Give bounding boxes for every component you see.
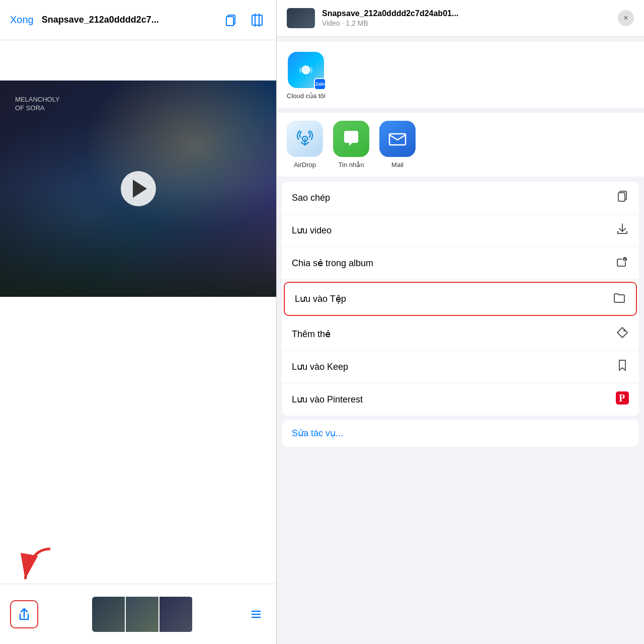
airdrop-app[interactable]: AirDrop: [287, 121, 323, 169]
save-video-icon: [616, 222, 629, 238]
filmstrip: [92, 597, 193, 632]
airdrop-icon: [287, 121, 323, 157]
crop-icon-button[interactable]: [248, 11, 266, 29]
action-save-video-label: Lưu video: [292, 225, 332, 236]
action-add-tag[interactable]: Thêm thẻ: [282, 318, 639, 351]
play-icon: [133, 180, 147, 198]
share-meta: Video · 1,2 MB: [322, 19, 611, 27]
action-save-keep[interactable]: Lưu vào Keep: [282, 351, 639, 383]
copy-icon-button[interactable]: [222, 11, 240, 29]
zalo-badge: Zalo: [314, 78, 326, 90]
video-title: MELANCHOLY OF SORA: [15, 96, 60, 113]
left-bottom-bar: [0, 584, 276, 644]
done-button[interactable]: Xong: [10, 14, 34, 26]
left-content-area: [0, 297, 276, 584]
pinterest-icon: P: [616, 391, 629, 408]
svg-text:+: +: [623, 258, 625, 262]
action-add-tag-label: Thêm thẻ: [292, 329, 331, 340]
action-edit-label: Sửa tác vụ...: [292, 428, 343, 439]
actions-section-1: Sao chép Lưu video Chia sẻ: [282, 182, 639, 416]
video-player[interactable]: MELANCHOLY OF SORA: [0, 80, 276, 297]
right-panel: Snapsave_212a0dddd2c7d24ab01... Video · …: [277, 0, 644, 644]
action-save-files-label: Lưu vào Tệp: [295, 293, 346, 304]
share-button[interactable]: [10, 600, 38, 628]
contacts-row: Zalo Cloud của tôi: [277, 42, 644, 108]
svg-rect-13: [618, 193, 625, 201]
share-album-icon: +: [616, 255, 629, 271]
messages-label: Tin nhắn: [339, 161, 364, 169]
airdrop-label: AirDrop: [294, 161, 316, 169]
header-icons: [222, 11, 266, 29]
action-edit[interactable]: Sửa tác vụ...: [282, 420, 639, 447]
action-share-album[interactable]: Chia sẻ trong album +: [282, 247, 639, 280]
close-button[interactable]: ×: [618, 10, 634, 26]
left-header: Xong Snapsave_212a0dddd2c7...: [0, 0, 276, 40]
svg-rect-2: [252, 15, 262, 25]
list-view-button[interactable]: [246, 604, 266, 624]
share-filename: Snapsave_212a0dddd2c7d24ab01...: [322, 9, 611, 18]
mail-label: Mail: [391, 161, 404, 169]
left-panel: Xong Snapsave_212a0dddd2c7... MELA: [0, 0, 277, 644]
svg-rect-1: [226, 17, 233, 26]
mail-app[interactable]: Mail: [379, 121, 416, 169]
copy-action-icon: [616, 190, 629, 206]
play-button[interactable]: [121, 171, 156, 206]
action-save-pinterest[interactable]: Lưu vào Pinterest P: [282, 383, 639, 416]
action-copy-label: Sao chép: [292, 193, 330, 203]
messages-app[interactable]: Tin nhắn: [333, 121, 369, 169]
red-arrow-indicator: [15, 544, 60, 591]
action-save-pinterest-label: Lưu vào Pinterest: [292, 394, 363, 405]
svg-point-17: [623, 330, 625, 332]
messages-icon: [333, 121, 369, 157]
action-save-video[interactable]: Lưu video: [282, 214, 639, 247]
action-save-files[interactable]: Lưu vào Tệp: [284, 282, 637, 316]
cloud-label: Cloud của tôi: [287, 92, 326, 100]
mail-icon: [379, 121, 416, 157]
action-copy[interactable]: Sao chép: [282, 182, 639, 214]
share-sheet-header: Snapsave_212a0dddd2c7d24ab01... Video · …: [277, 0, 644, 37]
action-save-keep-label: Lưu vào Keep: [292, 361, 348, 372]
left-title: Snapsave_212a0dddd2c7...: [42, 15, 214, 25]
bookmark-icon: [616, 359, 629, 375]
tag-icon: [616, 326, 629, 342]
cloud-contact[interactable]: Zalo Cloud của tôi: [287, 52, 326, 100]
actions-section-2: Sửa tác vụ...: [282, 420, 639, 447]
apps-row: AirDrop Tin nhắn Mail: [277, 113, 644, 177]
share-thumbnail: [287, 8, 315, 28]
action-share-album-label: Chia sẻ trong album: [292, 258, 373, 269]
svg-text:P: P: [619, 392, 625, 404]
cloud-avatar: Zalo: [288, 52, 324, 88]
folder-icon: [613, 291, 626, 307]
share-title-group: Snapsave_212a0dddd2c7d24ab01... Video · …: [322, 9, 611, 27]
bottom-padding: [277, 447, 644, 462]
